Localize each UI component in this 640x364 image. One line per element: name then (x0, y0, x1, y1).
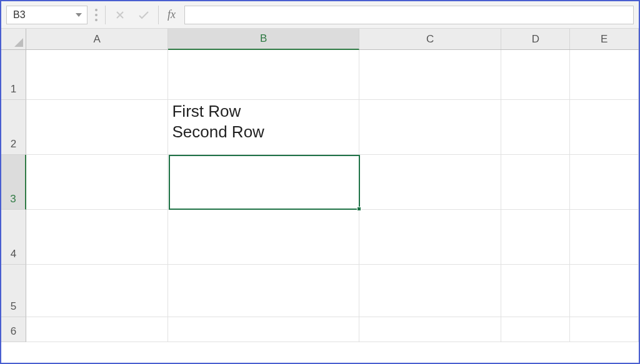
cell-E3[interactable] (570, 155, 639, 210)
cell-D2[interactable] (501, 100, 570, 155)
name-box-value: B3 (13, 9, 26, 21)
column-headers: A B C D E (1, 29, 639, 50)
formula-bar-grip-icon (92, 9, 100, 21)
cell-B4[interactable] (168, 210, 359, 265)
row-head-3[interactable]: 3 (1, 155, 26, 210)
cell-A5[interactable] (26, 265, 169, 317)
formula-bar: B3 fx (1, 1, 639, 29)
select-all-corner[interactable] (1, 29, 26, 50)
cell-D6[interactable] (501, 317, 570, 342)
row-3: 3 (1, 155, 639, 210)
cancel-icon[interactable] (111, 6, 129, 24)
col-head-B[interactable]: B (168, 29, 359, 50)
cell-B6[interactable] (168, 317, 359, 342)
row-6: 6 (1, 317, 639, 342)
cell-A4[interactable] (26, 210, 169, 265)
cell-B5[interactable] (168, 265, 359, 317)
cell-B2[interactable]: First Row Second Row (168, 100, 359, 155)
cell-A2[interactable] (26, 100, 169, 155)
fx-icon[interactable]: fx (164, 8, 179, 21)
cell-D1[interactable] (501, 50, 570, 100)
cell-E4[interactable] (570, 210, 639, 265)
cell-C3[interactable] (359, 155, 502, 210)
row-head-1[interactable]: 1 (1, 50, 26, 100)
cell-C5[interactable] (359, 265, 502, 317)
cell-D5[interactable] (501, 265, 570, 317)
cell-E1[interactable] (570, 50, 639, 100)
col-head-A[interactable]: A (26, 29, 169, 49)
cell-A3[interactable] (26, 155, 169, 210)
cell-B1[interactable] (168, 50, 359, 100)
cell-C1[interactable] (359, 50, 502, 100)
cell-B3[interactable] (168, 155, 359, 210)
row-2: 2 First Row Second Row (1, 100, 639, 155)
cell-C2[interactable] (359, 100, 502, 155)
row-5: 5 (1, 265, 639, 317)
formula-input[interactable] (184, 6, 634, 24)
row-head-4[interactable]: 4 (1, 210, 26, 265)
name-box[interactable]: B3 (6, 6, 88, 24)
cell-C6[interactable] (359, 317, 502, 342)
enter-icon[interactable] (134, 6, 153, 24)
rows: 1 2 First Row Second Row 3 4 (1, 50, 639, 342)
col-head-E[interactable]: E (570, 29, 639, 49)
row-head-5[interactable]: 5 (1, 265, 26, 317)
cell-D4[interactable] (501, 210, 570, 265)
col-head-D[interactable]: D (501, 29, 570, 49)
row-head-6[interactable]: 6 (1, 317, 26, 342)
row-4: 4 (1, 210, 639, 265)
spreadsheet-grid[interactable]: A B C D E 1 2 First Row Second Row 3 (1, 29, 639, 342)
cell-A1[interactable] (26, 50, 169, 100)
cell-E5[interactable] (570, 265, 639, 317)
row-1: 1 (1, 50, 639, 100)
row-head-2[interactable]: 2 (1, 100, 26, 155)
cell-E2[interactable] (570, 100, 639, 155)
cell-D3[interactable] (501, 155, 570, 210)
cell-C4[interactable] (359, 210, 502, 265)
chevron-down-icon[interactable] (76, 13, 82, 17)
divider (158, 6, 159, 24)
cell-A6[interactable] (26, 317, 169, 342)
cell-E6[interactable] (570, 317, 639, 342)
col-head-C[interactable]: C (359, 29, 502, 49)
divider (105, 6, 106, 24)
